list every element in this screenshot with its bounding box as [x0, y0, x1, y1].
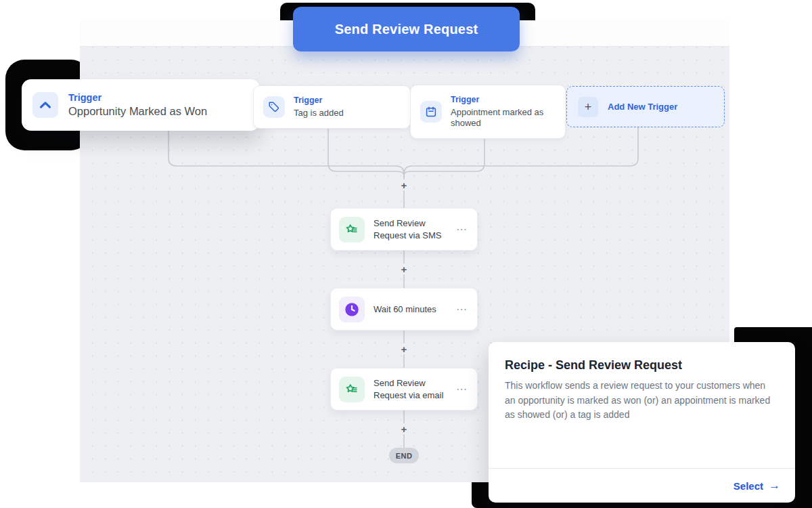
action-node-title: Send Review Request via SMS [374, 217, 451, 241]
trigger-title: Tag is added [294, 108, 344, 119]
recipe-description: This workflow sends a review request to … [505, 379, 775, 423]
workflow-builder-screen: Send Review Request Trigger Opportunity … [0, 0, 812, 508]
select-label: Select [734, 480, 763, 492]
calendar-icon [420, 101, 442, 123]
trigger-title: Opportunity Marked as Won [68, 104, 207, 119]
chevron-up-icon [32, 92, 58, 118]
plus-icon: + [578, 97, 598, 117]
trigger-title: Appointment marked as showed [451, 107, 547, 129]
end-badge: END [389, 448, 419, 463]
arrow-right-icon: → [769, 479, 780, 492]
trigger-card-appointment-showed[interactable]: Trigger Appointment marked as showed [410, 85, 566, 139]
review-star-icon [339, 217, 365, 242]
add-new-trigger-button[interactable]: + Add New Trigger [566, 86, 725, 127]
wait-node-title: Wait 60 minutes [374, 303, 451, 316]
node-menu-ellipsis-icon[interactable]: ⋯ [455, 303, 469, 316]
action-node-email[interactable]: Send Review Request via email ⋯ [330, 368, 478, 410]
add-step-button[interactable]: + [399, 263, 409, 274]
recipe-title: Recipe - Send Review Request [505, 358, 779, 373]
trigger-type-label: Trigger [68, 91, 207, 104]
add-step-button[interactable]: + [399, 423, 409, 434]
trigger-card-opportunity-won[interactable]: Trigger Opportunity Marked as Won [22, 79, 260, 131]
add-step-button[interactable]: + [399, 343, 409, 354]
action-node-title: Send Review Request via email [374, 377, 451, 401]
recipe-footer: Select → [489, 468, 795, 503]
wait-node[interactable]: Wait 60 minutes ⋯ [330, 288, 478, 331]
recipe-panel: Recipe - Send Review Request This workfl… [489, 342, 795, 503]
clock-icon [339, 297, 365, 322]
node-menu-ellipsis-icon[interactable]: ⋯ [455, 383, 469, 396]
action-node-sms[interactable]: Send Review Request via SMS ⋯ [330, 208, 478, 251]
select-recipe-button[interactable]: Select → [734, 480, 780, 492]
trigger-type-label: Trigger [451, 95, 547, 106]
node-menu-ellipsis-icon[interactable]: ⋯ [455, 223, 469, 236]
trigger-card-tag-added[interactable]: Trigger Tag is added [253, 85, 411, 129]
add-new-trigger-label: Add New Trigger [608, 102, 677, 112]
tag-icon [263, 96, 285, 118]
add-step-button[interactable]: + [399, 179, 409, 190]
trigger-type-label: Trigger [294, 96, 344, 106]
workflow-title-button[interactable]: Send Review Request [293, 7, 520, 51]
review-star-icon [339, 377, 365, 402]
